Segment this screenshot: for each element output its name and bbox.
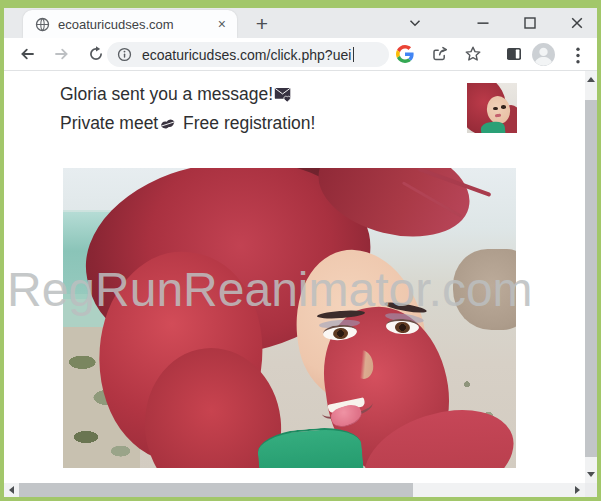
scrollbar-corner bbox=[585, 483, 597, 497]
subline-end-text: Free registration! bbox=[178, 113, 315, 133]
subline-start-text: Private meet bbox=[60, 113, 158, 133]
scroll-right-button[interactable] bbox=[570, 483, 585, 497]
profile-avatar[interactable] bbox=[531, 42, 556, 67]
share-icon[interactable] bbox=[431, 45, 449, 63]
down-arrow-icon bbox=[587, 472, 595, 477]
thumb-eye bbox=[493, 107, 498, 111]
reload-button[interactable] bbox=[87, 45, 105, 63]
main-photo[interactable] bbox=[63, 168, 516, 468]
photo-iris bbox=[332, 327, 349, 340]
right-arrow-icon bbox=[575, 486, 580, 494]
url-text: ecoaturicudses.com/click.php?uei bbox=[142, 47, 351, 63]
photo-rocks bbox=[453, 249, 516, 330]
left-arrow-icon bbox=[9, 486, 14, 494]
vertical-scroll-thumb[interactable] bbox=[585, 100, 597, 457]
horizontal-scroll-thumb[interactable] bbox=[19, 483, 413, 497]
love-letter-icon bbox=[274, 86, 293, 103]
kebab-menu-icon[interactable] bbox=[575, 47, 581, 64]
scroll-down-button[interactable] bbox=[585, 466, 597, 483]
thumb-shirt bbox=[480, 121, 505, 133]
scroll-up-button[interactable] bbox=[585, 71, 597, 88]
vertical-scrollbar[interactable] bbox=[585, 71, 597, 483]
globe-favicon-icon bbox=[35, 17, 50, 32]
headline-text: Gloria sent you a message! bbox=[60, 84, 273, 104]
sender-thumbnail[interactable] bbox=[467, 83, 517, 133]
kiss-mark-icon bbox=[157, 113, 178, 134]
site-info-icon[interactable] bbox=[116, 46, 133, 63]
message-subline: Private meet Free registration! bbox=[60, 109, 315, 138]
browser-window: ecoaturicudses.com × + bbox=[0, 0, 601, 501]
google-g-icon[interactable] bbox=[396, 45, 414, 63]
side-panel-icon[interactable] bbox=[505, 45, 523, 63]
minimize-button[interactable] bbox=[475, 15, 491, 31]
page-content: Gloria sent you a message! Private meet … bbox=[4, 71, 585, 483]
message-headline: Gloria sent you a message! bbox=[60, 80, 315, 109]
forward-button[interactable] bbox=[53, 45, 71, 63]
browser-tab[interactable]: ecoaturicudses.com × bbox=[23, 10, 237, 38]
tab-title: ecoaturicudses.com bbox=[58, 17, 213, 32]
url-address-bar[interactable]: ecoaturicudses.com/click.php?uei bbox=[107, 42, 389, 67]
horizontal-scrollbar[interactable] bbox=[4, 483, 585, 497]
navigation-toolbar: ecoaturicudses.com/click.php?uei bbox=[4, 38, 597, 71]
text-caret bbox=[353, 47, 354, 62]
title-bar: ecoaturicudses.com × + bbox=[4, 8, 597, 38]
new-tab-button[interactable]: + bbox=[248, 11, 276, 36]
bookmark-star-icon[interactable] bbox=[464, 45, 482, 63]
window-menu-chevron-icon[interactable] bbox=[407, 15, 423, 31]
back-button[interactable] bbox=[18, 45, 36, 63]
photo-iris bbox=[394, 321, 410, 334]
close-window-button[interactable] bbox=[569, 15, 585, 31]
thumb-eye bbox=[501, 105, 506, 109]
up-arrow-icon bbox=[587, 77, 595, 82]
scroll-left-button[interactable] bbox=[4, 483, 19, 497]
maximize-button[interactable] bbox=[522, 15, 538, 31]
tab-close-button[interactable]: × bbox=[213, 17, 231, 31]
message-text-block: Gloria sent you a message! Private meet … bbox=[60, 80, 315, 138]
